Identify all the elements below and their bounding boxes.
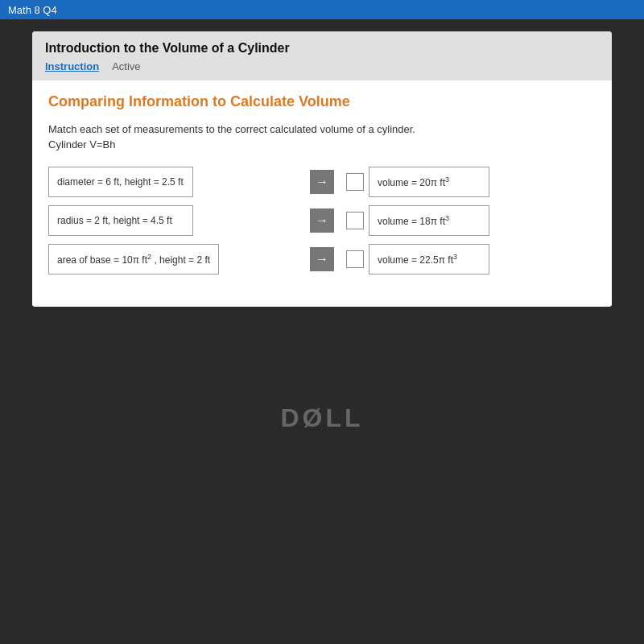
- arrow-icon-2: →: [316, 213, 328, 228]
- arrow-btn-3[interactable]: →: [310, 247, 334, 271]
- dell-logo: DØLL: [16, 403, 628, 433]
- left-box-2: radius = 2 ft, height = 4.5 ft: [48, 205, 193, 236]
- right-box-1: volume = 20π ft3: [369, 167, 489, 197]
- left-row-3: area of base = 10π ft2 , height = 2 ft: [48, 244, 298, 275]
- right-text-1: volume = 20π ft3: [378, 175, 449, 188]
- section-title: Comparing Information to Calculate Volum…: [48, 93, 596, 110]
- arrow-btn-1[interactable]: →: [310, 170, 334, 194]
- content-card: Introduction to the Volume of a Cylinder…: [32, 31, 612, 307]
- arrow-btn-2[interactable]: →: [310, 208, 334, 233]
- arrow-icon-1: →: [316, 175, 328, 189]
- matching-container: diameter = 6 ft, height = 2.5 ft radius …: [48, 167, 596, 275]
- nav-instruction-link[interactable]: Instruction: [45, 60, 99, 72]
- right-row-2: volume = 18π ft3: [346, 205, 596, 236]
- left-text-3: area of base = 10π ft2 , height = 2 ft: [57, 253, 210, 266]
- screen-area: Introduction to the Volume of a Cylinder…: [0, 19, 644, 644]
- left-box-1: diameter = 6 ft, height = 2.5 ft: [48, 167, 193, 197]
- top-bar-title: Math 8 Q4: [8, 4, 57, 16]
- page-header: Introduction to the Volume of a Cylinder…: [32, 31, 612, 80]
- left-row-1: diameter = 6 ft, height = 2.5 ft: [48, 167, 298, 197]
- card-body: Comparing Information to Calculate Volum…: [32, 80, 612, 307]
- left-box-3: area of base = 10π ft2 , height = 2 ft: [48, 244, 219, 275]
- left-column: diameter = 6 ft, height = 2.5 ft radius …: [48, 167, 298, 275]
- left-text-1: diameter = 6 ft, height = 2.5 ft: [57, 176, 184, 188]
- arrow-icon-3: →: [316, 252, 328, 266]
- left-row-2: radius = 2 ft, height = 4.5 ft: [48, 205, 298, 236]
- right-column: volume = 20π ft3 volume = 18π ft3 volume…: [346, 167, 596, 275]
- page-title: Introduction to the Volume of a Cylinder: [45, 41, 599, 60]
- right-box-3: volume = 22.5π ft3: [369, 244, 489, 275]
- right-row-1: volume = 20π ft3: [346, 167, 596, 197]
- right-text-2: volume = 18π ft3: [378, 214, 449, 227]
- nav-active-label: Active: [112, 60, 140, 72]
- formula-text: Cylinder V=Bh: [48, 138, 596, 151]
- right-checkbox-1[interactable]: [346, 173, 364, 191]
- middle-arrows: → → →: [298, 167, 346, 275]
- dell-label: DØLL: [280, 403, 363, 432]
- left-text-2: radius = 2 ft, height = 4.5 ft: [57, 215, 172, 226]
- right-box-2: volume = 18π ft3: [369, 205, 489, 236]
- right-checkbox-2[interactable]: [346, 212, 364, 229]
- right-checkbox-3[interactable]: [346, 250, 364, 268]
- right-row-3: volume = 22.5π ft3: [346, 244, 596, 275]
- right-text-3: volume = 22.5π ft3: [378, 253, 457, 266]
- instructions-text: Match each set of measurements to the co…: [48, 123, 596, 135]
- top-bar: Math 8 Q4: [0, 0, 644, 19]
